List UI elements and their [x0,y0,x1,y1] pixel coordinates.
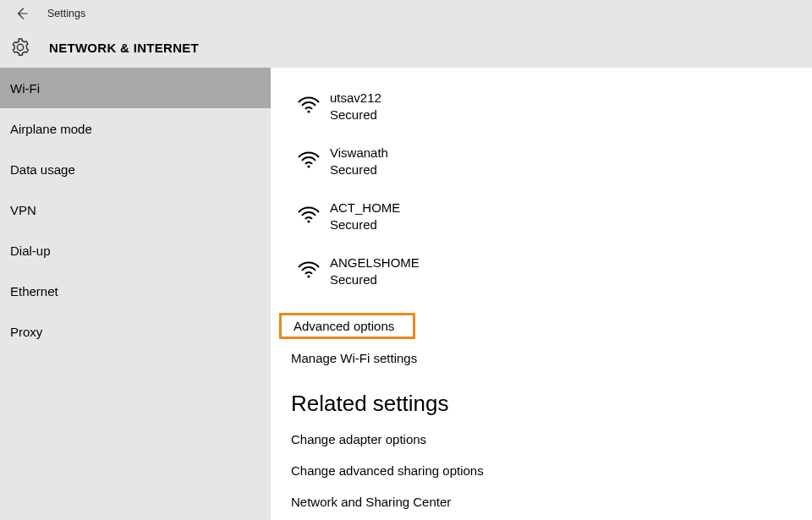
sidebar-item-ethernet[interactable]: Ethernet [0,271,271,311]
wifi-network-item[interactable]: utsav212 Secured [271,83,812,138]
page-header: NETWORK & INTERNET [0,27,812,68]
sidebar-item-data-usage[interactable]: Data usage [0,149,271,189]
page-title: NETWORK & INTERNET [49,41,199,55]
sidebar: Wi-Fi Airplane mode Data usage VPN Dial-… [0,68,271,520]
wifi-signal-icon [294,203,323,227]
sidebar-item-label: VPN [10,203,36,217]
related-settings-list: Change adapter options Change advanced s… [271,424,812,517]
window-title: Settings [47,8,85,19]
back-button[interactable] [12,3,32,24]
sidebar-item-vpn[interactable]: VPN [0,189,271,230]
network-status: Secured [330,107,381,123]
network-name: ANGELSHOME [330,255,420,271]
related-link-sharing-center[interactable]: Network and Sharing Center [291,486,812,517]
svg-point-2 [307,220,310,222]
wifi-signal-icon [294,93,323,117]
svg-point-3 [307,275,310,277]
network-name: utsav212 [330,90,381,107]
related-link-sharing[interactable]: Change advanced sharing options [291,455,812,486]
sidebar-item-label: Dial-up [10,244,51,258]
related-link-adapter[interactable]: Change adapter options [291,424,812,455]
gear-icon [8,36,32,59]
wifi-network-item[interactable]: Viswanath Secured [271,138,812,193]
sidebar-item-label: Data usage [10,162,75,177]
content-pane: utsav212 Secured Viswanath Secured ACT [271,68,812,520]
network-name: ACT_HOME [330,200,400,216]
network-status: Secured [330,161,388,178]
network-status: Secured [330,216,400,233]
sidebar-item-label: Ethernet [10,284,58,298]
svg-point-0 [307,110,310,112]
title-bar: Settings [0,0,812,27]
sidebar-item-dialup[interactable]: Dial-up [0,230,271,271]
advanced-options-highlight: Advanced options [279,313,415,339]
related-settings-heading: Related settings [271,374,812,424]
sidebar-item-wifi[interactable]: Wi-Fi [0,68,271,108]
wifi-network-item[interactable]: ACT_HOME Secured [271,193,812,248]
back-arrow-icon [14,6,30,21]
network-status: Secured [330,271,420,288]
network-name: Viswanath [330,145,388,161]
sidebar-item-label: Airplane mode [10,122,92,136]
sidebar-item-label: Proxy [10,325,42,339]
wifi-signal-icon [294,148,323,172]
sidebar-item-airplane[interactable]: Airplane mode [0,108,271,149]
svg-point-1 [307,165,310,167]
manage-wifi-link[interactable]: Manage Wi-Fi settings [291,342,812,374]
sidebar-item-proxy[interactable]: Proxy [0,311,271,352]
sidebar-item-label: Wi-Fi [10,81,40,96]
wifi-network-item[interactable]: ANGELSHOME Secured [271,248,812,303]
wifi-network-list: utsav212 Secured Viswanath Secured ACT [271,83,812,303]
wifi-signal-icon [294,258,323,282]
advanced-options-link[interactable]: Advanced options [294,319,394,333]
